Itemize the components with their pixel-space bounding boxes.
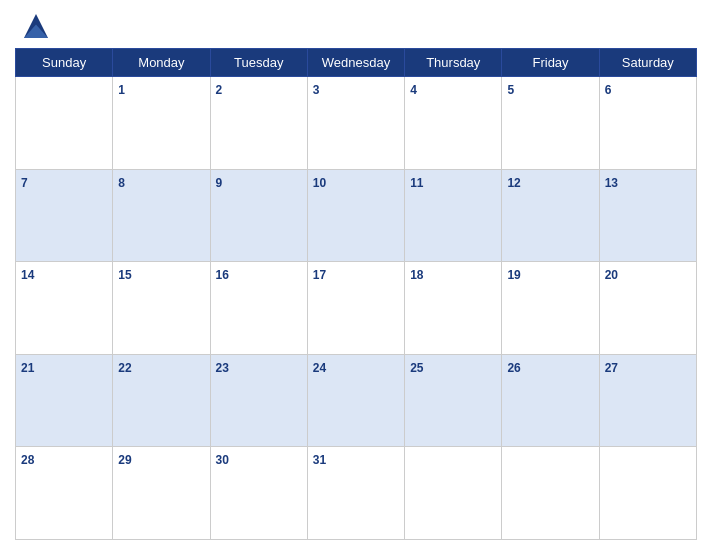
calendar-cell: 22 (113, 354, 210, 447)
day-number: 31 (313, 453, 326, 467)
day-number: 27 (605, 361, 618, 375)
calendar-cell: 4 (405, 77, 502, 170)
day-number: 10 (313, 176, 326, 190)
day-number: 26 (507, 361, 520, 375)
day-number: 15 (118, 268, 131, 282)
weekday-header-monday: Monday (113, 49, 210, 77)
calendar-cell (502, 447, 599, 540)
day-number: 9 (216, 176, 223, 190)
weekday-header-tuesday: Tuesday (210, 49, 307, 77)
day-number: 11 (410, 176, 423, 190)
day-number: 1 (118, 83, 125, 97)
calendar-cell: 19 (502, 262, 599, 355)
day-number: 7 (21, 176, 28, 190)
day-number: 25 (410, 361, 423, 375)
calendar-cell: 31 (307, 447, 404, 540)
page-header (15, 10, 697, 42)
day-number: 3 (313, 83, 320, 97)
calendar-cell: 18 (405, 262, 502, 355)
calendar-cell: 8 (113, 169, 210, 262)
calendar-cell: 11 (405, 169, 502, 262)
day-number: 19 (507, 268, 520, 282)
day-number: 6 (605, 83, 612, 97)
calendar-cell: 20 (599, 262, 696, 355)
calendar-cell (16, 77, 113, 170)
weekday-header-friday: Friday (502, 49, 599, 77)
calendar-cell: 30 (210, 447, 307, 540)
day-number: 17 (313, 268, 326, 282)
day-number: 5 (507, 83, 514, 97)
day-number: 20 (605, 268, 618, 282)
calendar-table: SundayMondayTuesdayWednesdayThursdayFrid… (15, 48, 697, 540)
logo-icon (20, 10, 52, 42)
day-number: 2 (216, 83, 223, 97)
calendar-week-3: 14151617181920 (16, 262, 697, 355)
calendar-week-2: 78910111213 (16, 169, 697, 262)
calendar-cell: 6 (599, 77, 696, 170)
day-number: 22 (118, 361, 131, 375)
calendar-cell: 28 (16, 447, 113, 540)
day-number: 14 (21, 268, 34, 282)
calendar-cell: 1 (113, 77, 210, 170)
weekday-header-sunday: Sunday (16, 49, 113, 77)
day-number: 21 (21, 361, 34, 375)
calendar-cell: 9 (210, 169, 307, 262)
weekday-header-thursday: Thursday (405, 49, 502, 77)
calendar-cell (599, 447, 696, 540)
calendar-cell: 7 (16, 169, 113, 262)
day-number: 16 (216, 268, 229, 282)
day-number: 24 (313, 361, 326, 375)
calendar-cell: 3 (307, 77, 404, 170)
day-number: 29 (118, 453, 131, 467)
calendar-cell: 29 (113, 447, 210, 540)
logo (20, 10, 56, 42)
calendar-cell: 10 (307, 169, 404, 262)
calendar-cell: 25 (405, 354, 502, 447)
day-number: 23 (216, 361, 229, 375)
calendar-cell: 26 (502, 354, 599, 447)
calendar-cell: 21 (16, 354, 113, 447)
calendar-cell: 14 (16, 262, 113, 355)
weekday-header-wednesday: Wednesday (307, 49, 404, 77)
day-number: 13 (605, 176, 618, 190)
calendar-week-5: 28293031 (16, 447, 697, 540)
calendar-week-4: 21222324252627 (16, 354, 697, 447)
calendar-cell: 16 (210, 262, 307, 355)
calendar-cell: 2 (210, 77, 307, 170)
calendar-cell: 13 (599, 169, 696, 262)
day-number: 4 (410, 83, 417, 97)
weekday-header-row: SundayMondayTuesdayWednesdayThursdayFrid… (16, 49, 697, 77)
day-number: 28 (21, 453, 34, 467)
calendar-cell: 5 (502, 77, 599, 170)
day-number: 18 (410, 268, 423, 282)
calendar-week-1: 123456 (16, 77, 697, 170)
day-number: 30 (216, 453, 229, 467)
weekday-header-saturday: Saturday (599, 49, 696, 77)
day-number: 12 (507, 176, 520, 190)
calendar-cell: 23 (210, 354, 307, 447)
calendar-cell: 17 (307, 262, 404, 355)
calendar-cell: 24 (307, 354, 404, 447)
calendar-cell (405, 447, 502, 540)
calendar-cell: 15 (113, 262, 210, 355)
calendar-cell: 12 (502, 169, 599, 262)
calendar-cell: 27 (599, 354, 696, 447)
day-number: 8 (118, 176, 125, 190)
